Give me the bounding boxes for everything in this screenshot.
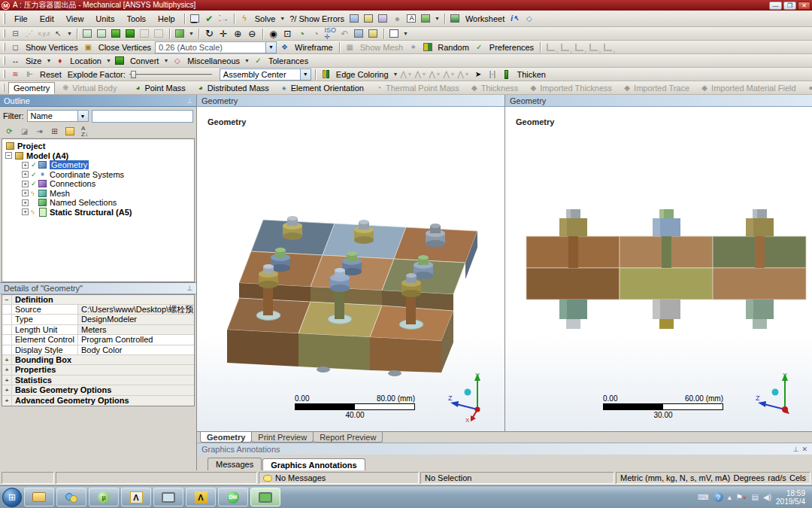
context-point-mass[interactable]: ◕Point Mass [129,81,189,94]
viewports-layout-icon[interactable] [388,28,401,39]
mesh-expander[interactable]: + [22,190,29,196]
size-button[interactable]: Size [23,56,44,65]
auto-scale-dropdown[interactable]: ▼ [265,42,276,53]
auto-scale-combo[interactable]: 0.26 (Auto Scale) ▼ [155,41,277,53]
viewports-dropdown[interactable]: ▼ [402,31,409,36]
help-tray-icon[interactable]: ? [714,492,723,502]
details-row-length-unit[interactable]: Length Unit Meters [2,325,194,335]
rotate-icon[interactable]: ↻ [203,28,216,39]
taskbar-app-monitor-button[interactable] [153,488,183,506]
taskbar-designmodeler-button[interactable]: DM [218,488,248,506]
magnifier-on-icon[interactable]: ◔ [295,28,308,39]
model-expander[interactable]: − [5,152,12,159]
menu-help[interactable]: Help [153,14,180,24]
keyboard-layout-icon[interactable]: ⌨ [698,493,708,501]
zoom-in-icon[interactable]: ⊕ [232,28,244,39]
annotations-pin-icon[interactable]: ⊥ [793,446,799,453]
taskbar-clock[interactable]: 18:59 2019/5/4 [776,489,810,506]
restore-button[interactable]: ❐ [783,2,796,10]
details-group-definition[interactable]: − Definition [2,295,194,305]
details-group-statistics[interactable]: + Statistics [2,376,194,385]
named-selections-expander[interactable]: + [22,199,29,206]
location-button[interactable]: Location [68,56,104,65]
taskbar-ansys-gold-button[interactable]: Λ [186,488,216,506]
convert-button[interactable]: Convert [128,56,162,65]
details-row-display-style[interactable]: Display Style Body Color [2,345,194,355]
worksheet-button[interactable]: Worksheet [463,14,507,23]
tree-node-named-selections[interactable]: + · Named Selections [2,198,194,208]
manage-views-icon[interactable] [353,28,365,39]
details-group-advanced-geometry-options[interactable]: + Advanced Geometry Options [2,396,194,406]
edge-coloring-button[interactable]: Edge Coloring [334,70,391,79]
tree-node-geometry[interactable]: + ✓ Geometry [2,160,194,170]
context-element-orientation[interactable]: ⚹Element Orientation [275,81,368,94]
tab-report-preview[interactable]: Report Preview [313,432,383,443]
select-bodies-icon[interactable] [124,28,137,39]
taskbar-utorrent-button[interactable]: µ [89,488,119,506]
menu-edit[interactable]: Edit [35,14,59,24]
minimize-button[interactable]: — [769,2,782,10]
details-pin-icon[interactable]: ⊥ [186,284,192,292]
expand-all-icon[interactable]: ⊞ [48,126,61,137]
details-group-basic-geometry-options[interactable]: + Basic Geometry Options [2,385,194,395]
outline-pin-icon[interactable]: ⊥ [186,97,192,105]
filter-search-input[interactable] [92,110,194,123]
csys-expander[interactable]: + [22,171,29,178]
size-dropdown[interactable]: ▼ [45,58,52,63]
solve-button[interactable]: Solve [253,14,278,23]
assembly-center-dropdown[interactable]: ▼ [300,69,311,80]
tag-icon[interactable]: ◇ [523,13,535,24]
orientation-triad-left[interactable]: Y Z X [447,369,491,423]
context-distributed-mass[interactable]: ◕Distributed Mass [192,81,274,94]
snapshot-icon[interactable] [367,28,380,39]
select-vertices-icon[interactable] [81,28,94,39]
close-button[interactable]: ✕ [798,2,810,10]
status-messages[interactable]: No Messages [259,472,419,484]
tab-geometry[interactable]: Geometry [200,432,252,443]
annotation-label-icon[interactable]: A [405,13,418,24]
start-button[interactable]: ⊞ [2,488,22,507]
extend-selection-dropdown[interactable]: ▼ [188,31,195,36]
static-structural-expander[interactable]: + [22,208,29,215]
select-mode-cursor-icon[interactable]: ↖ [52,28,65,39]
tree-node-connections[interactable]: + ✓ Connections [2,179,194,189]
tree-node-coordinate-systems[interactable]: + ✓ ⚹ Coordinate Systems [2,170,194,180]
zoom-out-icon[interactable]: ⊖ [246,28,259,39]
details-group-bounding-box[interactable]: + Bounding Box [2,355,194,365]
tray-expand-arrow[interactable]: ▴ [728,493,732,501]
miscellaneous-dropdown[interactable]: ▼ [244,58,250,63]
taskbar-mechanical-button[interactable] [250,488,280,506]
viewport-left-canvas[interactable]: Geometry [197,107,504,431]
details-row-type[interactable]: Type DesignModeler [2,315,194,324]
image-dropdown-arrow[interactable]: ▼ [434,16,441,21]
status-units[interactable]: Metric (mm, kg, N, s, mV, mA) Degrees ra… [616,472,810,484]
label-icon[interactable]: ⊟ [9,28,22,39]
assembly-center-combo[interactable]: Assembly Center ▼ [220,68,311,81]
thicken-button[interactable]: Thicken [514,70,548,79]
preferences-button[interactable]: Preferences [487,43,536,52]
location-dropdown[interactable]: ▼ [105,58,112,63]
edge-joints-icon[interactable]: ➤ [471,68,484,80]
filter-combo[interactable]: Name ▼ [27,110,89,122]
refresh-tree-icon[interactable]: ⟳ [3,126,16,137]
box-zoom-icon[interactable]: ⊡ [281,28,294,39]
tab-messages[interactable]: Messages [208,458,262,470]
tree-node-project[interactable]: Project [2,141,194,151]
tab-print-preview[interactable]: Print Preview [251,432,314,443]
connections-expander[interactable]: + [22,181,29,187]
tab-graphics-annotations[interactable]: Graphics Annotations [262,458,365,471]
geometry-expander[interactable]: + [22,162,29,169]
taskbar-ansys-workbench-button[interactable]: Λ [121,488,151,506]
wireframe-button[interactable]: Wireframe [292,43,335,52]
iso-view-icon[interactable]: ISO✛ [324,28,337,39]
viewport-right-canvas[interactable]: Geometry [505,107,812,431]
filter-flat-icon[interactable]: ⇥ [33,126,46,137]
edge-coloring-dropdown[interactable]: ▼ [392,71,399,77]
explode-factor-slider[interactable] [129,69,212,80]
annotations-close-icon[interactable]: ✕ [801,446,807,453]
close-vertices-button[interactable]: Close Vertices [96,43,153,52]
select-edges-icon[interactable] [95,28,108,39]
details-row-element-control[interactable]: Element Control Program Controlled [2,335,194,345]
select-mode-dropdown[interactable]: ▼ [66,31,73,36]
bounding-box-expander[interactable]: + [2,355,12,364]
